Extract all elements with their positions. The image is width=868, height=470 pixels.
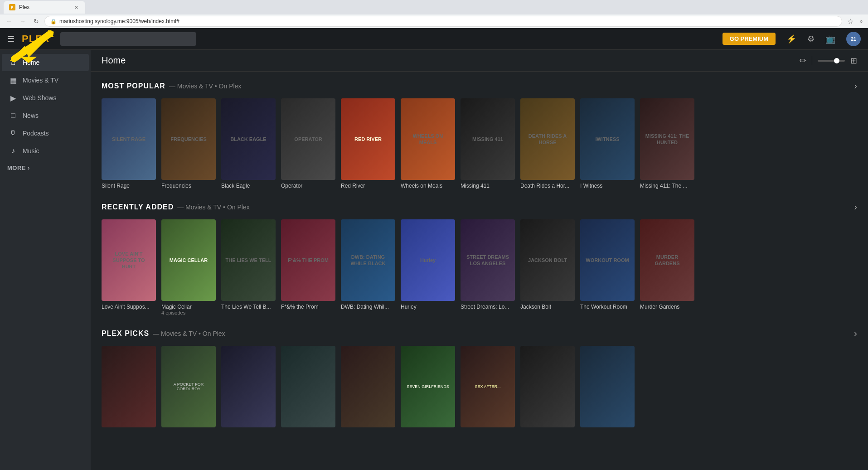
sidebar-home-label: Home [23, 59, 39, 66]
sidebar-item-podcasts[interactable]: 🎙 Podcasts [2, 125, 89, 142]
movie-poster: SILENT RAGE [102, 98, 156, 180]
movie-title: Death Rides a Hor... [520, 183, 575, 189]
hamburger-button[interactable]: ☰ [7, 34, 15, 44]
movie-card-magic[interactable]: MAGIC CELLAR Magic Cellar 4 episodes [161, 219, 216, 315]
refresh-button[interactable]: ↻ [31, 16, 42, 27]
movie-card-street[interactable]: STREET DREAMS LOS ANGELES Street Dreams:… [461, 219, 515, 315]
grid-view-icon[interactable]: ⊞ [850, 56, 857, 66]
picks-card-6[interactable]: SEVEN GIRLFRIENDS [401, 346, 455, 427]
most-popular-subtitle: — Movies & TV • On Plex [169, 82, 241, 90]
search-bar[interactable] [60, 32, 196, 46]
movie-card-hurley[interactable]: Hurley Hurley [401, 219, 455, 315]
picks-card-5[interactable] [341, 346, 395, 427]
movie-card-red-river[interactable]: RED RIVER Red River [341, 98, 395, 189]
movie-card-murder[interactable]: MURDER GARDENS Murder Gardens [640, 219, 694, 315]
browser-tabs: P Plex ✕ [0, 0, 868, 15]
poster-text: MAGIC CELLAR [161, 219, 216, 301]
poster-text: WORKOUT ROOM [580, 219, 635, 301]
picks-card-8[interactable] [520, 346, 575, 427]
movie-title: Black Eagle [221, 183, 276, 189]
picks-card-4[interactable] [281, 346, 335, 427]
extend-button[interactable]: » [858, 18, 864, 24]
picks-text: A POCKET FOR CORDUROY [161, 378, 216, 395]
movie-poster: RED RIVER [341, 98, 395, 180]
movie-card-black-eagle[interactable]: BLACK EAGLE Black Eagle [221, 98, 276, 189]
plex-picks-section: PLEX PICKS — Movies & TV • On Plex › A P… [91, 319, 868, 431]
movie-poster: DEATH RIDES A HORSE [520, 98, 575, 180]
most-popular-title: MOST POPULAR [102, 82, 165, 90]
movie-poster: DWB: DATING WHILE BLACK [341, 219, 395, 301]
movie-title: I Witness [580, 183, 635, 189]
activity-icon[interactable]: ⚡ [786, 34, 796, 44]
movie-card-wheels-meals[interactable]: WHEELS ON MEALS Wheels on Meals [401, 98, 455, 189]
main-layout: ⌂ Home ▦ Movies & TV ▶ Web Shows □ News … [0, 50, 868, 470]
movie-card-silent-rage[interactable]: SILENT RAGE Silent Rage [102, 98, 156, 189]
webshows-icon: ▶ [9, 94, 17, 102]
tab-title: Plex [19, 4, 29, 10]
movie-card-death-rides[interactable]: DEATH RIDES A HORSE Death Rides a Hor... [520, 98, 575, 189]
picks-poster: SEX AFTER... [461, 346, 515, 427]
poster-text: OPERATOR [281, 98, 335, 180]
sidebar-item-music[interactable]: ♪ Music [2, 142, 89, 160]
most-popular-arrow[interactable]: › [854, 81, 857, 91]
picks-card-1[interactable] [102, 346, 156, 427]
picks-text: SEVEN GIRLFRIENDS [403, 381, 453, 392]
poster-text: FREQUENCIES [161, 98, 216, 180]
sidebar-item-movies-tv[interactable]: ▦ Movies & TV [2, 72, 89, 89]
movie-title: Missing 411: The ... [640, 183, 694, 189]
picks-card-7[interactable]: SEX AFTER... [461, 346, 515, 427]
sidebar-item-web-shows[interactable]: ▶ Web Shows [2, 89, 89, 107]
poster-text: MURDER GARDENS [640, 219, 694, 301]
tab-close-button[interactable]: ✕ [73, 4, 80, 11]
recently-added-arrow[interactable]: › [854, 202, 857, 212]
poster-text: Hurley [401, 219, 455, 301]
forward-button[interactable]: → [17, 16, 28, 27]
movie-poster: WHEELS ON MEALS [401, 98, 455, 180]
picks-poster: A POCKET FOR CORDUROY [161, 346, 216, 427]
movie-card-jackson[interactable]: JACKSON BOLT Jackson Bolt [520, 219, 575, 315]
movie-poster: F*&% THE PROM [281, 219, 335, 301]
movie-card-lies[interactable]: THE LIES WE TELL The Lies We Tell B... [221, 219, 276, 315]
picks-card-2[interactable]: A POCKET FOR CORDUROY [161, 346, 216, 427]
movie-poster: FREQUENCIES [161, 98, 216, 180]
picks-card-3[interactable] [221, 346, 276, 427]
address-bar[interactable]: 🔒 mariushosting.synology.me:9005/web/ind… [44, 16, 842, 27]
movie-card-love[interactable]: LOVE AIN'T SUPPOSE TO HURT Love Ain't Su… [102, 219, 156, 315]
movie-card-missing411-2[interactable]: MISSING 411: THE HUNTED Missing 411: The… [640, 98, 694, 189]
picks-poster [102, 346, 156, 427]
movie-card-prom[interactable]: F*&% THE PROM F*&% the Prom [281, 219, 335, 315]
sidebar: ⌂ Home ▦ Movies & TV ▶ Web Shows □ News … [0, 50, 91, 470]
picks-poster [281, 346, 335, 427]
movie-card-frequencies[interactable]: FREQUENCIES Frequencies [161, 98, 216, 189]
movie-card-dwb[interactable]: DWB: DATING WHILE BLACK DWB: Dating Whil… [341, 219, 395, 315]
edit-icon[interactable]: ✏ [800, 56, 806, 66]
cast-icon[interactable]: 📺 [825, 34, 835, 44]
movie-title: Operator [281, 183, 335, 189]
movie-card-iwitness[interactable]: IWITNESS I Witness [580, 98, 635, 189]
sidebar-item-home[interactable]: ⌂ Home [2, 54, 89, 71]
bookmark-icon[interactable]: ☆ [845, 16, 856, 27]
back-button[interactable]: ← [4, 16, 15, 27]
browser-tab[interactable]: P Plex ✕ [4, 1, 85, 14]
poster-text: MISSING 411 [461, 98, 515, 180]
thumb-slider[interactable] [818, 60, 845, 62]
poster-text: THE LIES WE TELL [221, 219, 276, 301]
sidebar-item-news[interactable]: □ News [2, 107, 89, 124]
sidebar-more-button[interactable]: MORE › [0, 160, 91, 176]
plex-picks-arrow[interactable]: › [854, 328, 857, 339]
movie-card-operator[interactable]: OPERATOR Operator [281, 98, 335, 189]
poster-text: F*&% THE PROM [281, 219, 335, 301]
movie-card-workout[interactable]: WORKOUT ROOM The Workout Room [580, 219, 635, 315]
movie-card-missing411[interactable]: MISSING 411 Missing 411 [461, 98, 515, 189]
tab-favicon: P [9, 4, 15, 10]
user-avatar[interactable]: 21 [846, 32, 861, 46]
settings-icon[interactable]: ⚙ [807, 34, 815, 44]
most-popular-header: MOST POPULAR — Movies & TV • On Plex › [102, 81, 857, 91]
thumb-slider-handle[interactable] [834, 58, 839, 63]
picks-card-9[interactable] [580, 346, 635, 427]
picks-poster [580, 346, 635, 427]
sidebar-webshows-label: Web Shows [23, 94, 56, 102]
go-premium-button[interactable]: GO PREMIUM [723, 33, 776, 45]
poster-text: JACKSON BOLT [520, 219, 575, 301]
browser-chrome: P Plex ✕ ← → ↻ 🔒 mariushosting.synology.… [0, 0, 868, 28]
